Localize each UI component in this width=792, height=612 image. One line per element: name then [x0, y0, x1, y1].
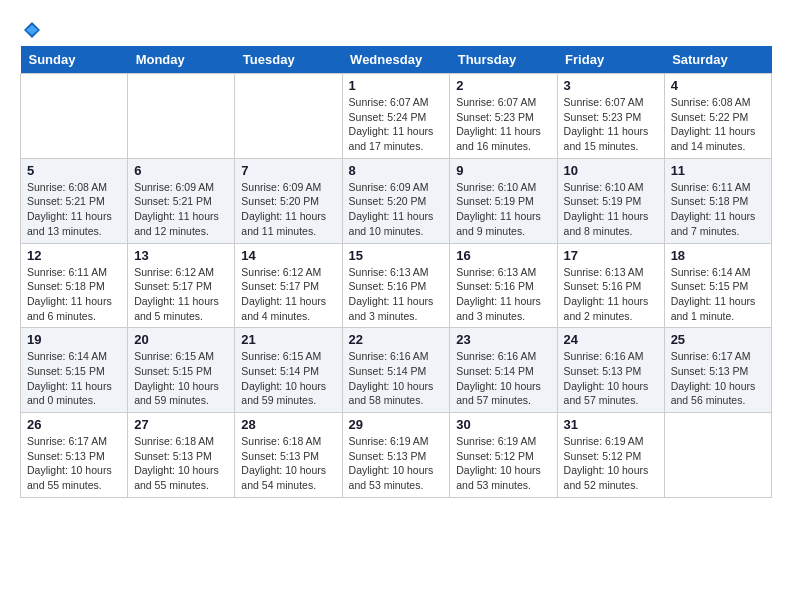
day-number: 24 [564, 332, 658, 347]
day-info: Sunrise: 6:14 AM Sunset: 5:15 PM Dayligh… [27, 349, 121, 408]
day-info: Sunrise: 6:19 AM Sunset: 5:13 PM Dayligh… [349, 434, 444, 493]
day-number: 3 [564, 78, 658, 93]
day-number: 1 [349, 78, 444, 93]
day-number: 16 [456, 248, 550, 263]
calendar-cell: 5Sunrise: 6:08 AM Sunset: 5:21 PM Daylig… [21, 158, 128, 243]
calendar-cell: 25Sunrise: 6:17 AM Sunset: 5:13 PM Dayli… [664, 328, 771, 413]
day-number: 21 [241, 332, 335, 347]
day-info: Sunrise: 6:19 AM Sunset: 5:12 PM Dayligh… [564, 434, 658, 493]
calendar-cell: 19Sunrise: 6:14 AM Sunset: 5:15 PM Dayli… [21, 328, 128, 413]
day-info: Sunrise: 6:13 AM Sunset: 5:16 PM Dayligh… [564, 265, 658, 324]
day-number: 31 [564, 417, 658, 432]
logo-icon [22, 20, 42, 40]
calendar-week-3: 12Sunrise: 6:11 AM Sunset: 5:18 PM Dayli… [21, 243, 772, 328]
calendar-cell: 24Sunrise: 6:16 AM Sunset: 5:13 PM Dayli… [557, 328, 664, 413]
calendar-cell [21, 74, 128, 159]
day-number: 28 [241, 417, 335, 432]
weekday-header-row: SundayMondayTuesdayWednesdayThursdayFrid… [21, 46, 772, 74]
weekday-friday: Friday [557, 46, 664, 74]
day-number: 12 [27, 248, 121, 263]
day-number: 5 [27, 163, 121, 178]
calendar-cell: 23Sunrise: 6:16 AM Sunset: 5:14 PM Dayli… [450, 328, 557, 413]
weekday-tuesday: Tuesday [235, 46, 342, 74]
day-number: 23 [456, 332, 550, 347]
calendar-cell: 9Sunrise: 6:10 AM Sunset: 5:19 PM Daylig… [450, 158, 557, 243]
day-number: 11 [671, 163, 765, 178]
day-info: Sunrise: 6:07 AM Sunset: 5:24 PM Dayligh… [349, 95, 444, 154]
weekday-sunday: Sunday [21, 46, 128, 74]
day-number: 8 [349, 163, 444, 178]
day-number: 19 [27, 332, 121, 347]
day-info: Sunrise: 6:15 AM Sunset: 5:14 PM Dayligh… [241, 349, 335, 408]
day-number: 10 [564, 163, 658, 178]
calendar-week-4: 19Sunrise: 6:14 AM Sunset: 5:15 PM Dayli… [21, 328, 772, 413]
day-number: 2 [456, 78, 550, 93]
day-info: Sunrise: 6:10 AM Sunset: 5:19 PM Dayligh… [564, 180, 658, 239]
day-info: Sunrise: 6:17 AM Sunset: 5:13 PM Dayligh… [27, 434, 121, 493]
calendar-cell: 28Sunrise: 6:18 AM Sunset: 5:13 PM Dayli… [235, 413, 342, 498]
weekday-monday: Monday [128, 46, 235, 74]
day-info: Sunrise: 6:16 AM Sunset: 5:14 PM Dayligh… [456, 349, 550, 408]
calendar-cell: 1Sunrise: 6:07 AM Sunset: 5:24 PM Daylig… [342, 74, 450, 159]
calendar-cell [664, 413, 771, 498]
day-number: 6 [134, 163, 228, 178]
logo [20, 20, 42, 40]
calendar-cell: 8Sunrise: 6:09 AM Sunset: 5:20 PM Daylig… [342, 158, 450, 243]
day-info: Sunrise: 6:18 AM Sunset: 5:13 PM Dayligh… [134, 434, 228, 493]
calendar-cell: 15Sunrise: 6:13 AM Sunset: 5:16 PM Dayli… [342, 243, 450, 328]
day-info: Sunrise: 6:09 AM Sunset: 5:20 PM Dayligh… [349, 180, 444, 239]
day-info: Sunrise: 6:16 AM Sunset: 5:13 PM Dayligh… [564, 349, 658, 408]
day-number: 26 [27, 417, 121, 432]
day-number: 7 [241, 163, 335, 178]
calendar-cell: 13Sunrise: 6:12 AM Sunset: 5:17 PM Dayli… [128, 243, 235, 328]
day-info: Sunrise: 6:13 AM Sunset: 5:16 PM Dayligh… [349, 265, 444, 324]
page-header [20, 20, 772, 40]
calendar-cell: 3Sunrise: 6:07 AM Sunset: 5:23 PM Daylig… [557, 74, 664, 159]
day-number: 14 [241, 248, 335, 263]
day-info: Sunrise: 6:16 AM Sunset: 5:14 PM Dayligh… [349, 349, 444, 408]
weekday-saturday: Saturday [664, 46, 771, 74]
calendar-table: SundayMondayTuesdayWednesdayThursdayFrid… [20, 46, 772, 498]
day-info: Sunrise: 6:11 AM Sunset: 5:18 PM Dayligh… [671, 180, 765, 239]
day-info: Sunrise: 6:10 AM Sunset: 5:19 PM Dayligh… [456, 180, 550, 239]
day-number: 17 [564, 248, 658, 263]
day-number: 15 [349, 248, 444, 263]
day-number: 22 [349, 332, 444, 347]
day-info: Sunrise: 6:07 AM Sunset: 5:23 PM Dayligh… [456, 95, 550, 154]
calendar-cell: 17Sunrise: 6:13 AM Sunset: 5:16 PM Dayli… [557, 243, 664, 328]
day-number: 29 [349, 417, 444, 432]
calendar-cell [235, 74, 342, 159]
calendar-cell: 2Sunrise: 6:07 AM Sunset: 5:23 PM Daylig… [450, 74, 557, 159]
day-info: Sunrise: 6:12 AM Sunset: 5:17 PM Dayligh… [134, 265, 228, 324]
day-info: Sunrise: 6:17 AM Sunset: 5:13 PM Dayligh… [671, 349, 765, 408]
calendar-cell: 7Sunrise: 6:09 AM Sunset: 5:20 PM Daylig… [235, 158, 342, 243]
calendar-cell: 12Sunrise: 6:11 AM Sunset: 5:18 PM Dayli… [21, 243, 128, 328]
calendar-cell: 27Sunrise: 6:18 AM Sunset: 5:13 PM Dayli… [128, 413, 235, 498]
day-info: Sunrise: 6:14 AM Sunset: 5:15 PM Dayligh… [671, 265, 765, 324]
day-number: 20 [134, 332, 228, 347]
calendar-cell: 29Sunrise: 6:19 AM Sunset: 5:13 PM Dayli… [342, 413, 450, 498]
day-number: 18 [671, 248, 765, 263]
calendar-cell: 14Sunrise: 6:12 AM Sunset: 5:17 PM Dayli… [235, 243, 342, 328]
calendar-cell: 20Sunrise: 6:15 AM Sunset: 5:15 PM Dayli… [128, 328, 235, 413]
day-info: Sunrise: 6:13 AM Sunset: 5:16 PM Dayligh… [456, 265, 550, 324]
calendar-cell: 16Sunrise: 6:13 AM Sunset: 5:16 PM Dayli… [450, 243, 557, 328]
calendar-cell: 11Sunrise: 6:11 AM Sunset: 5:18 PM Dayli… [664, 158, 771, 243]
calendar-cell: 22Sunrise: 6:16 AM Sunset: 5:14 PM Dayli… [342, 328, 450, 413]
day-info: Sunrise: 6:12 AM Sunset: 5:17 PM Dayligh… [241, 265, 335, 324]
day-info: Sunrise: 6:07 AM Sunset: 5:23 PM Dayligh… [564, 95, 658, 154]
calendar-week-1: 1Sunrise: 6:07 AM Sunset: 5:24 PM Daylig… [21, 74, 772, 159]
day-info: Sunrise: 6:09 AM Sunset: 5:20 PM Dayligh… [241, 180, 335, 239]
calendar-cell [128, 74, 235, 159]
day-number: 9 [456, 163, 550, 178]
calendar-cell: 30Sunrise: 6:19 AM Sunset: 5:12 PM Dayli… [450, 413, 557, 498]
day-number: 13 [134, 248, 228, 263]
day-info: Sunrise: 6:15 AM Sunset: 5:15 PM Dayligh… [134, 349, 228, 408]
day-number: 4 [671, 78, 765, 93]
day-info: Sunrise: 6:18 AM Sunset: 5:13 PM Dayligh… [241, 434, 335, 493]
day-info: Sunrise: 6:08 AM Sunset: 5:22 PM Dayligh… [671, 95, 765, 154]
calendar-cell: 21Sunrise: 6:15 AM Sunset: 5:14 PM Dayli… [235, 328, 342, 413]
weekday-wednesday: Wednesday [342, 46, 450, 74]
calendar-cell: 4Sunrise: 6:08 AM Sunset: 5:22 PM Daylig… [664, 74, 771, 159]
day-info: Sunrise: 6:09 AM Sunset: 5:21 PM Dayligh… [134, 180, 228, 239]
